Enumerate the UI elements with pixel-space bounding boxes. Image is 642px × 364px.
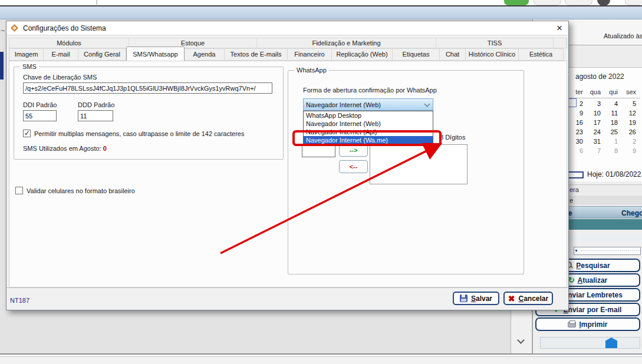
- tab-divider: [96, 0, 97, 5]
- button-label: Enviar por E-mail: [564, 306, 622, 314]
- calendar-day[interactable]: 26: [623, 128, 641, 138]
- ddd-entry-input[interactable]: [302, 145, 335, 157]
- browser-button[interactable]: [565, 0, 592, 5]
- tab-config-geral[interactable]: Config Geral: [78, 48, 126, 61]
- tab-sms-whatsapp[interactable]: SMS/Whatsapp: [126, 47, 185, 61]
- calendar-day[interactable]: 18: [606, 119, 623, 128]
- tab-chat[interactable]: Chat: [440, 48, 466, 61]
- open-mode-label: Forma de abertura confirmação por WhatsA…: [303, 87, 437, 94]
- calendar-day[interactable]: 11: [606, 110, 623, 119]
- scroll-down-icon[interactable]: [517, 336, 525, 344]
- calendar-day[interactable]: 1: [606, 138, 623, 147]
- cancel-label: Cancelar: [519, 294, 549, 303]
- tab-textos-emails[interactable]: Textos de E-mails: [225, 48, 288, 61]
- panel-bottom-edge: [533, 353, 642, 354]
- calendar-day[interactable]: 3: [588, 100, 606, 110]
- save-label: Salvar: [471, 294, 492, 303]
- tab-agenda[interactable]: Agenda: [185, 48, 225, 61]
- sms-key-input[interactable]: [23, 82, 272, 94]
- footer-separator: [6, 287, 568, 288]
- cancel-button[interactable]: ✖ Cancelar: [503, 292, 553, 305]
- calendar-day[interactable]: 24: [588, 128, 606, 138]
- ddi-input[interactable]: [23, 110, 57, 121]
- calendar-day[interactable]: 17: [588, 119, 606, 128]
- tab-historico-clinico[interactable]: Histórico Clínico: [466, 48, 519, 61]
- calendar-day[interactable]: 4: [606, 100, 623, 110]
- band-text: era: [569, 186, 579, 193]
- calendar-day[interactable]: 10: [588, 110, 606, 119]
- combobox-value: Navegador Internet (Web): [304, 101, 381, 108]
- calendar-day[interactable]: 5: [623, 100, 641, 110]
- calendar-day[interactable]: 7: [588, 147, 606, 157]
- red-highlight-box: [292, 130, 442, 146]
- x-icon: ✖: [508, 294, 515, 303]
- sms-usage: SMS Utilizados em Agosto: 0: [23, 145, 107, 152]
- tab-estetica[interactable]: Estética: [519, 48, 564, 61]
- day-header: ter: [571, 88, 588, 95]
- calendar-day[interactable]: 25: [606, 128, 623, 138]
- horizontal-scrollbar[interactable]: [540, 337, 640, 349]
- calendar-day[interactable]: 6: [571, 147, 588, 157]
- day-header: sex: [623, 88, 641, 95]
- day-header: qua: [588, 88, 606, 95]
- save-button[interactable]: Salvar: [453, 292, 499, 305]
- band-text: e: [569, 197, 573, 204]
- dropdown-option-web[interactable]: Navegador Internet (Web): [304, 120, 433, 128]
- tab-group-row: Módulos Estoque Fidelização e Marketing …: [9, 38, 567, 48]
- ddd-label: DDD Padrão: [78, 101, 114, 108]
- today-label[interactable]: Hoje: 01/08/2022: [587, 170, 641, 178]
- ddd-input[interactable]: [78, 110, 113, 121]
- tab-group-modulos[interactable]: Módulos: [9, 38, 129, 48]
- multi-message-checkrow: Permitir multiplas mensagens, caso ultra…: [23, 130, 244, 137]
- digits-label: 8 Dígitos: [440, 134, 465, 141]
- calendar-day[interactable]: 19: [623, 119, 641, 128]
- calendar-day[interactable]: 2: [571, 100, 588, 110]
- tab-financeiro[interactable]: Financeiro: [288, 48, 332, 61]
- print-button[interactable]: Imprimir: [535, 317, 640, 331]
- browser-green-button[interactable]: [504, 0, 529, 5]
- day-header: qui: [606, 88, 623, 95]
- calendar-day[interactable]: 9: [571, 110, 588, 119]
- dropdown-option-desktop[interactable]: WhatsApp Desktop: [304, 111, 433, 120]
- column-arrival[interactable]: Chegou: [621, 209, 642, 217]
- open-mode-combobox[interactable]: Navegador Internet (Web): [303, 98, 433, 111]
- calendar-day[interactable]: 12: [623, 110, 641, 119]
- button-label: Imprimir: [579, 320, 607, 329]
- splitter-handle[interactable]: ▼ ·································· ▼: [574, 247, 641, 255]
- validate-checkbox[interactable]: [15, 187, 23, 194]
- tab-etiquetas[interactable]: Etiquetas: [393, 48, 440, 61]
- tab-group-tiss[interactable]: TISS: [436, 38, 554, 48]
- sms-usage-label: SMS Utilizados em Agosto:: [23, 145, 101, 152]
- validate-label: Validar celulares no formato brasileiro: [27, 187, 135, 194]
- sms-legend: SMS: [20, 63, 39, 70]
- browser-button[interactable]: [534, 0, 561, 5]
- calendar-day[interactable]: 16: [571, 119, 588, 128]
- tab-replicacao[interactable]: Replicação (Web): [332, 48, 393, 61]
- calendar-day[interactable]: 31: [588, 138, 606, 147]
- calendar-day[interactable]: 2: [623, 138, 641, 147]
- multi-message-checkbox[interactable]: [23, 130, 31, 137]
- digits-listbox[interactable]: [370, 144, 467, 184]
- app-header-strip: [0, 6, 642, 19]
- calendar-day-headers: ter qua qui sex: [571, 88, 641, 95]
- today-marker-box: [568, 171, 584, 178]
- tab-email[interactable]: E-mail: [44, 48, 78, 61]
- close-icon[interactable]: ×: [557, 22, 562, 34]
- dialog-titlebar[interactable]: Configurações do Sistema ×: [6, 21, 568, 35]
- sms-usage-value: 0: [103, 145, 107, 152]
- calendar-day[interactable]: 23: [571, 128, 588, 138]
- tab-group-fidelizacao[interactable]: Fidelização e Marketing: [257, 38, 436, 48]
- browser-button[interactable]: [625, 0, 642, 5]
- move-left-button[interactable]: <--: [339, 160, 368, 173]
- button-label: Atualizar: [578, 276, 608, 284]
- calendar-day[interactable]: 9: [623, 147, 641, 157]
- tab-imagem[interactable]: Imagem: [9, 48, 44, 61]
- scrollbar-thumb[interactable]: [605, 337, 617, 348]
- refresh-icon: ↻: [568, 277, 575, 283]
- calendar-month-label: agosto de 2022: [575, 72, 624, 81]
- tab-row: Imagem E-mail Config Geral SMS/Whatsapp …: [9, 48, 567, 61]
- calendar-days: 2 3 4 5 9 10 11 12 16 17 18 19 23 24 25 …: [571, 100, 641, 157]
- collapse-chevron-icon[interactable]: ~: [1, 26, 5, 35]
- calendar-day[interactable]: 30: [571, 138, 588, 147]
- calendar-day[interactable]: 8: [606, 147, 623, 157]
